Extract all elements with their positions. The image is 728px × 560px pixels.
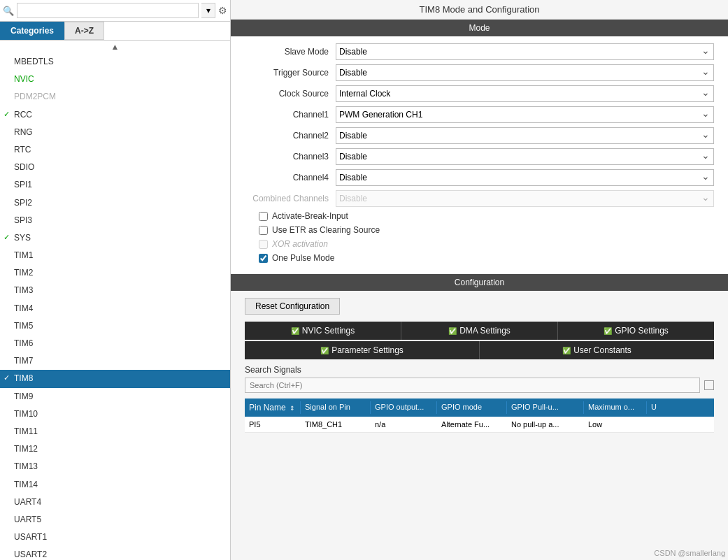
field-label-3: Channel1 — [245, 110, 336, 120]
field-label-7: Combined Channels — [245, 194, 336, 203]
sidebar-item-uart5[interactable]: UART5 — [0, 511, 230, 529]
scroll-up-arrow[interactable]: ▲ — [0, 41, 230, 53]
sidebar-item-rcc[interactable]: RCC — [0, 106, 230, 124]
tab-parameter-settings[interactable]: ✅ Parameter Settings — [245, 341, 480, 359]
sidebar-item-nvic[interactable]: NVIC — [0, 71, 230, 88]
checkbox-label-1: Use ETR as Clearing Source — [272, 225, 380, 235]
checkbox-3[interactable] — [259, 254, 268, 263]
gear-button[interactable]: ⚙ — [218, 5, 227, 16]
search-signals-label: Search Signals — [245, 365, 714, 375]
sidebar-item-spi2[interactable]: SPI2 — [0, 194, 230, 212]
search-icon: 🔍 — [3, 6, 14, 16]
field-label-5: Channel3 — [245, 152, 336, 161]
col-u: U — [647, 401, 668, 414]
col-pin-name: Pin Name ⇕ — [245, 401, 301, 414]
tab-user-constants[interactable]: ✅ User Constants — [480, 341, 714, 359]
watermark: CSDN @smallerlang — [654, 549, 725, 557]
search-dropdown-arrow[interactable]: ▾ — [201, 3, 215, 18]
field-select-0[interactable]: Disable — [336, 43, 714, 60]
field-label-4: Channel2 — [245, 131, 336, 141]
sidebar-item-usart2[interactable]: USART2 — [0, 546, 230, 560]
col-gpio-pull: GPIO Pull-u... — [507, 401, 584, 414]
mode-field-channel1: Channel1PWM Generation CH1 — [245, 106, 714, 123]
col-max-output: Maximum o... — [584, 401, 647, 414]
mode-field-slave-mode: Slave ModeDisable — [245, 43, 714, 60]
sidebar-item-sys[interactable]: SYS — [0, 229, 230, 247]
nvic-label: NVIC Settings — [302, 326, 355, 336]
checkbox-2 — [259, 240, 268, 249]
field-label-0: Slave Mode — [245, 47, 336, 57]
table-cell-5: Low — [584, 419, 647, 430]
mode-field-trigger-source: Trigger SourceDisable — [245, 64, 714, 81]
sidebar-item-tim3[interactable]: TIM3 — [0, 282, 230, 299]
checkbox-label-3: One Pulse Mode — [272, 253, 334, 263]
sidebar-item-tim10[interactable]: TIM10 — [0, 405, 230, 423]
sidebar-item-rtc[interactable]: RTC — [0, 141, 230, 159]
gpio-dot: ✅ — [604, 327, 612, 335]
sidebar-item-tim8[interactable]: TIM8 — [0, 370, 230, 387]
mode-section: Slave ModeDisableTrigger SourceDisableCl… — [231, 36, 728, 274]
field-select-3[interactable]: PWM Generation CH1 — [336, 106, 714, 123]
search-signals-input[interactable] — [245, 378, 700, 393]
tab-gpio-settings[interactable]: ✅ GPIO Settings — [558, 322, 714, 340]
sidebar-item-mbedtls[interactable]: MBEDTLS — [0, 53, 230, 71]
tab-dma-settings[interactable]: ✅ DMA Settings — [401, 322, 558, 340]
table-cell-1: TIM8_CH1 — [301, 419, 371, 430]
checkbox-row-3: One Pulse Mode — [245, 253, 714, 263]
field-select-4[interactable]: Disable — [336, 127, 714, 144]
gpio-label: GPIO Settings — [615, 326, 669, 336]
col-signal-on-pin: Signal on Pin — [301, 401, 371, 414]
search-checkbox[interactable] — [704, 380, 714, 390]
sidebar-search-area: 🔍 ▾ ⚙ — [0, 0, 230, 22]
table-cell-0: PI5 — [245, 419, 301, 430]
nvic-dot: ✅ — [291, 327, 299, 335]
sidebar-item-tim6[interactable]: TIM6 — [0, 335, 230, 352]
sidebar-item-usart1[interactable]: USART1 — [0, 529, 230, 546]
field-select-6[interactable]: Disable — [336, 169, 714, 186]
reset-config-button[interactable]: Reset Configuration — [245, 298, 340, 315]
tab-nvic-settings[interactable]: ✅ NVIC Settings — [245, 322, 401, 340]
user-const-dot: ✅ — [562, 347, 571, 354]
checkbox-1[interactable] — [259, 226, 268, 235]
sidebar-item-uart4[interactable]: UART4 — [0, 494, 230, 511]
field-select-7: Disable — [336, 190, 714, 207]
col-gpio-mode: GPIO mode — [437, 401, 507, 414]
table-cell-3: Alternate Fu... — [437, 419, 507, 430]
sidebar-item-tim9[interactable]: TIM9 — [0, 388, 230, 405]
config-tabs-row2: ✅ Parameter Settings ✅ User Constants — [245, 341, 714, 359]
sidebar-item-tim1[interactable]: TIM1 — [0, 247, 230, 264]
tab-categories[interactable]: Categories — [0, 22, 64, 40]
sidebar-item-rng[interactable]: RNG — [0, 124, 230, 141]
sidebar-item-tim13[interactable]: TIM13 — [0, 458, 230, 475]
sidebar-item-sdio[interactable]: SDIO — [0, 159, 230, 176]
checkbox-0[interactable] — [259, 212, 268, 221]
search-input[interactable] — [17, 3, 199, 18]
field-select-5[interactable]: Disable — [336, 148, 714, 165]
sidebar-item-spi1[interactable]: SPI1 — [0, 176, 230, 194]
config-section: Reset Configuration ✅ NVIC Settings ✅ DM… — [231, 291, 728, 440]
signals-table-body: PI5TIM8_CH1n/aAlternate Fu...No pull-up … — [245, 417, 714, 433]
dma-label: DMA Settings — [459, 326, 511, 336]
mode-field-channel4: Channel4Disable — [245, 169, 714, 186]
table-row[interactable]: PI5TIM8_CH1n/aAlternate Fu...No pull-up … — [245, 417, 714, 433]
pin-sort-icon: ⇕ — [290, 405, 295, 412]
field-label-1: Trigger Source — [245, 68, 336, 78]
field-select-1[interactable]: Disable — [336, 64, 714, 81]
field-select-2[interactable]: Internal Clock — [336, 85, 714, 102]
sidebar-item-tim7[interactable]: TIM7 — [0, 352, 230, 370]
sidebar-item-pdm2pcm[interactable]: PDM2PCM — [0, 88, 230, 106]
page-title: TIM8 Mode and Configuration — [231, 0, 728, 20]
sidebar-item-tim4[interactable]: TIM4 — [0, 300, 230, 317]
tab-atoz[interactable]: A->Z — [64, 22, 104, 40]
sidebar-item-tim2[interactable]: TIM2 — [0, 264, 230, 282]
table-cell-6 — [647, 419, 668, 430]
field-label-6: Channel4 — [245, 173, 336, 182]
sidebar-item-tim5[interactable]: TIM5 — [0, 317, 230, 335]
sidebar-item-tim11[interactable]: TIM11 — [0, 423, 230, 440]
dma-dot: ✅ — [448, 327, 457, 335]
sidebar-list: ▲ MBEDTLSNVICPDM2PCMRCCRNGRTCSDIOSPI1SPI… — [0, 41, 230, 560]
sidebar-item-tim12[interactable]: TIM12 — [0, 440, 230, 458]
sidebar-item-tim14[interactable]: TIM14 — [0, 476, 230, 494]
sidebar-item-spi3[interactable]: SPI3 — [0, 212, 230, 229]
col-gpio-output: GPIO output... — [371, 401, 437, 414]
